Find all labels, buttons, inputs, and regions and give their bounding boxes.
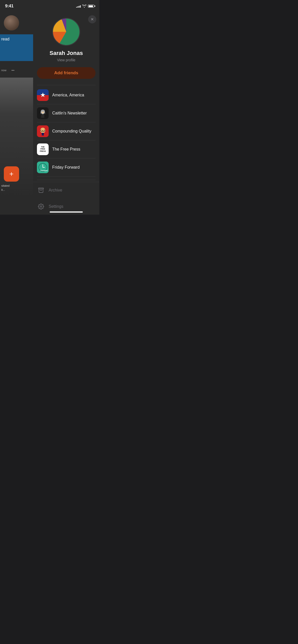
view-profile-link[interactable]: View profile — [57, 58, 75, 62]
profile-name: Sarah Jonas — [50, 50, 83, 56]
home-indicator — [50, 211, 83, 213]
subscription-name: Friday Forward — [52, 165, 80, 170]
avatar — [52, 18, 80, 46]
subscription-item[interactable]: Caitlin's Newsletter — [37, 104, 96, 122]
subscription-item[interactable]: THE FREE PRESS The Free Press — [37, 140, 96, 158]
avatar-circle — [52, 18, 80, 46]
bg-left-content: read now ••• 14h + sitatedit... — [0, 0, 33, 215]
america-america-icon: ★ — [37, 89, 49, 101]
close-button[interactable]: ✕ — [88, 15, 96, 23]
subscription-item[interactable]: Forward Friday Forward — [37, 158, 96, 177]
svg-point-9 — [41, 128, 45, 130]
bg-time1: now — [1, 69, 6, 72]
svg-rect-20 — [38, 188, 44, 189]
settings-icon — [37, 202, 45, 211]
subscription-item[interactable]: Compounding Quality — [37, 122, 96, 140]
subscription-list: ★ America, America — [33, 86, 99, 178]
subscription-name: America, America — [52, 93, 84, 97]
archive-icon — [37, 186, 45, 194]
subscription-name: The Free Press — [52, 147, 80, 152]
caitlins-newsletter-icon — [37, 107, 49, 119]
svg-point-21 — [40, 206, 42, 207]
bg-bottom-text: sitatedit... — [1, 184, 9, 192]
subscription-item[interactable]: Money Muscle — [37, 177, 96, 178]
subscription-item[interactable]: ★ America, America — [37, 86, 96, 104]
subscription-name: Caitlin's Newsletter — [52, 111, 87, 115]
bottom-section: Archive Settings — [33, 182, 99, 215]
compounding-quality-icon — [37, 125, 49, 137]
add-friends-button[interactable]: Add friends — [37, 67, 96, 79]
divider — [37, 85, 96, 85]
profile-modal: ✕ Sarah Jonas View profile Add friends ★… — [33, 0, 99, 215]
subscription-name: Compounding Quality — [52, 129, 91, 134]
the-free-press-icon: THE FREE PRESS — [37, 143, 49, 155]
friday-forward-icon: Forward — [37, 162, 49, 173]
archive-item[interactable]: Archive — [37, 182, 96, 198]
bg-plus-btn: + — [4, 166, 19, 182]
svg-text:Forward: Forward — [40, 170, 48, 171]
bg-read-label: read — [1, 37, 9, 41]
archive-label: Archive — [49, 188, 62, 193]
bg-dots: ••• — [11, 69, 15, 72]
settings-label: Settings — [49, 204, 63, 209]
divider-bottom — [37, 180, 96, 180]
